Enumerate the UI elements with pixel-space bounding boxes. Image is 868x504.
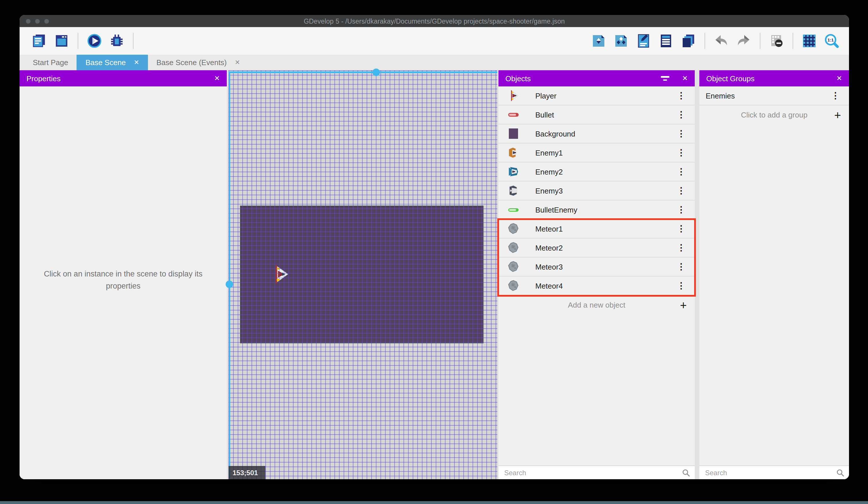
object-row-meteor4[interactable]: Meteor4 ⋮: [498, 276, 695, 295]
meteor-icon: [508, 242, 519, 253]
redo-button[interactable]: [736, 33, 752, 49]
objects-search-input[interactable]: [503, 468, 682, 477]
object-menu-kebab-icon[interactable]: ⋮: [677, 167, 685, 177]
tab-label: Base Scene: [85, 58, 126, 67]
object-page-icon: [591, 33, 606, 48]
enemy1-ship-icon: [508, 147, 519, 158]
tab-base-scene[interactable]: Base Scene✕: [77, 55, 148, 70]
grid-overlay: [228, 70, 497, 479]
filter-icon[interactable]: [661, 76, 669, 81]
toolbar-divider: [793, 33, 793, 49]
preview-play-button[interactable]: [86, 33, 102, 49]
object-menu-kebab-icon[interactable]: ⋮: [677, 90, 685, 101]
object-row-background[interactable]: Background ⋮: [498, 124, 695, 143]
edit-instances-button[interactable]: [613, 33, 629, 49]
titlebar: GDevelop 5 - /Users/dkarakay/Documents/G…: [20, 15, 849, 27]
toggle-grid-button[interactable]: [801, 33, 817, 49]
object-menu-kebab-icon[interactable]: ⋮: [677, 185, 685, 196]
svg-text:1:1: 1:1: [827, 38, 834, 42]
toolbar-divider: [760, 33, 761, 49]
open-scene-window-button[interactable]: [53, 33, 70, 49]
edit-properties-icon: [636, 33, 651, 48]
edit-object-button[interactable]: [591, 33, 607, 49]
group-menu-kebab-icon[interactable]: ⋮: [831, 90, 840, 101]
object-menu-kebab-icon[interactable]: ⋮: [677, 223, 685, 234]
groups-search-row: [699, 465, 849, 479]
bullet-icon: [508, 109, 519, 120]
group-row-enemies[interactable]: Enemies ⋮: [699, 87, 849, 105]
grid-icon: [802, 33, 817, 48]
object-row-bullet[interactable]: Bullet ⋮: [498, 105, 695, 124]
search-icon: [836, 468, 844, 477]
undo-button[interactable]: [713, 33, 729, 49]
selection-handle-top[interactable]: [372, 69, 380, 76]
groups-list: Enemies ⋮ Click to add a group+: [699, 87, 849, 465]
desktop-edge: [0, 501, 868, 504]
object-groups-panel: Object Groups ✕ Enemies ⋮ Click to add a…: [699, 70, 849, 479]
toolbar-left-group: [31, 33, 135, 49]
object-menu-kebab-icon[interactable]: ⋮: [677, 262, 685, 272]
editor-content: Properties ✕ Click on an instance in the…: [20, 70, 849, 479]
close-properties-icon[interactable]: ✕: [214, 74, 220, 82]
object-menu-kebab-icon[interactable]: ⋮: [677, 204, 685, 215]
render-options-button[interactable]: [768, 33, 785, 49]
objects-search-row: [498, 465, 695, 479]
add-new-object-label: Add a new object: [498, 301, 695, 309]
tab-close-icon[interactable]: ✕: [134, 59, 139, 66]
object-row-bulletenemy[interactable]: BulletEnemy ⋮: [498, 200, 695, 220]
object-menu-kebab-icon[interactable]: ⋮: [677, 242, 685, 253]
toolbar-divider: [133, 33, 134, 49]
properties-panel-title: Properties: [27, 74, 214, 83]
play-icon: [87, 33, 102, 48]
tab-label: Start Page: [33, 58, 68, 67]
object-menu-kebab-icon[interactable]: ⋮: [677, 129, 685, 139]
search-icon: [682, 468, 690, 477]
screenshot-stage: GDevelop 5 - /Users/dkarakay/Documents/G…: [0, 0, 868, 504]
open-objects-list-button[interactable]: [658, 33, 674, 49]
zoom-original-button[interactable]: 1:1: [824, 33, 840, 49]
selection-handle-left[interactable]: [226, 281, 233, 288]
objects-panel-header: Objects ✕: [498, 70, 695, 87]
open-layers-button[interactable]: [680, 33, 696, 49]
gdevelop-window: GDevelop 5 - /Users/dkarakay/Documents/G…: [20, 15, 849, 479]
object-row-player[interactable]: Player ⋮: [498, 87, 695, 105]
edit-properties-button[interactable]: [636, 33, 652, 49]
layers-icon: [681, 33, 696, 48]
tab-label: Base Scene (Events): [157, 58, 227, 67]
debug-icon: [110, 33, 124, 48]
close-object-groups-icon[interactable]: ✕: [836, 74, 842, 82]
redo-icon: [736, 33, 751, 48]
tab-base-scene-events[interactable]: Base Scene (Events)✕: [148, 55, 249, 70]
object-menu-kebab-icon[interactable]: ⋮: [677, 148, 685, 158]
toolbar-divider: [704, 33, 705, 49]
tab-start-page[interactable]: Start Page: [24, 55, 77, 70]
plus-icon: +: [834, 109, 841, 121]
object-menu-kebab-icon[interactable]: ⋮: [677, 281, 685, 291]
object-row-meteor1[interactable]: Meteor1 ⋮: [498, 220, 695, 239]
objects-list-icon: [659, 33, 673, 48]
close-objects-icon[interactable]: ✕: [682, 74, 688, 82]
add-new-object-button[interactable]: Add a new object+: [498, 295, 695, 314]
object-row-enemy2[interactable]: Enemy2 ⋮: [498, 162, 695, 181]
debug-button[interactable]: [109, 33, 125, 49]
object-menu-kebab-icon[interactable]: ⋮: [677, 109, 685, 120]
toolbar-divider: [78, 33, 78, 49]
object-groups-panel-title: Object Groups: [706, 74, 836, 83]
bullet-enemy-icon: [508, 204, 519, 215]
cursor-coordinates-badge: 153;501: [228, 466, 265, 479]
tab-close-icon[interactable]: ✕: [235, 59, 240, 66]
add-group-button[interactable]: Click to add a group+: [699, 105, 849, 124]
meteor-icon: [508, 261, 519, 272]
object-row-enemy1[interactable]: Enemy1 ⋮: [498, 143, 695, 162]
project-manager-button[interactable]: [31, 33, 47, 49]
scene-canvas[interactable]: 153;501: [228, 70, 497, 479]
selection-edge-left: [229, 71, 230, 478]
undo-icon: [714, 33, 729, 48]
object-row-meteor2[interactable]: Meteor2 ⋮: [498, 239, 695, 258]
selection-edge-top: [228, 71, 497, 73]
object-row-enemy3[interactable]: Enemy3 ⋮: [498, 181, 695, 200]
groups-search-input[interactable]: [704, 468, 836, 477]
object-row-meteor3[interactable]: Meteor3 ⋮: [498, 258, 695, 276]
properties-empty-message: Click on an instance in the scene to dis…: [20, 269, 227, 293]
window-mask-icon: [769, 33, 784, 48]
